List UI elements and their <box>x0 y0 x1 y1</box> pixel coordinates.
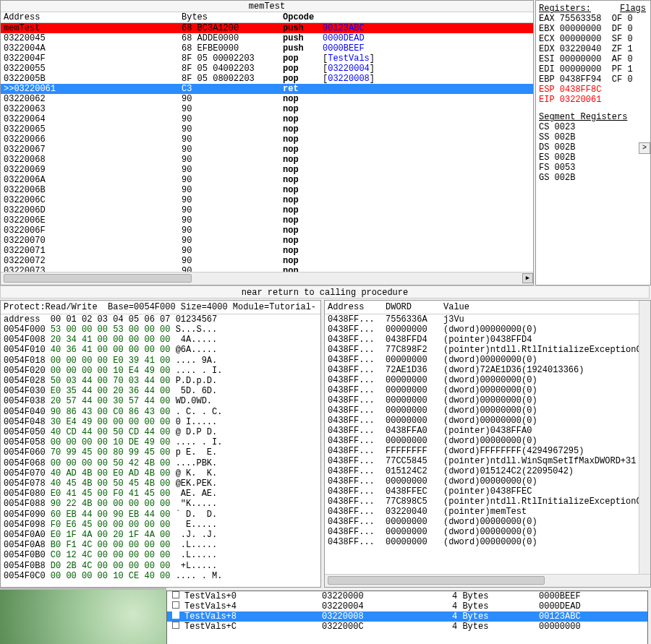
hex-row[interactable]: 0054F028 50 03 44 00 70 03 44 00 P.D.p.D… <box>4 376 318 386</box>
disasm-row[interactable]: 0322005B8F 05 08002203pop[03220008] <box>1 74 533 84</box>
hex-row[interactable]: 0054F068 00 00 00 00 50 42 4B 00 ....PBK… <box>4 458 318 468</box>
disasm-row[interactable]: 0322007090nop <box>1 236 533 246</box>
hex-row[interactable]: 0054F040 90 86 43 00 C0 86 43 00 . C. . … <box>4 407 318 417</box>
disasm-row[interactable]: 0322006B90nop <box>1 185 533 195</box>
stack-row[interactable]: 0438FF...00000000(dword)00000000(0) <box>328 405 650 416</box>
hex-row[interactable]: 0054F018 00 00 00 00 E0 39 41 00 .... 9A… <box>4 356 318 366</box>
address-list[interactable]: TestVals+0032200004 Bytes0000BEEFTestVal… <box>166 591 648 644</box>
disasm-row[interactable]: 0322006790nop <box>1 145 533 155</box>
hex-row[interactable]: 0054F0B8 D0 2B 4C 00 00 00 00 00 +L..... <box>4 561 318 571</box>
hex-row[interactable]: 0054F098 F0 E6 45 00 00 00 00 00 E..... <box>4 520 318 530</box>
stack-row[interactable]: 0438FF...0438FFD4(pointer)0438FFD4 <box>328 335 650 345</box>
stack-row[interactable]: 0438FF...FFFFFFFF(dword)FFFFFFFF(4294967… <box>328 446 650 456</box>
stack-row[interactable]: 0438FF...77CC5845(pointer)ntdll.WinSqmSe… <box>328 456 650 466</box>
disasm-row[interactable]: memTest68 BC3A1200push00123ABC <box>1 23 533 33</box>
list-row[interactable]: TestVals+8032200084 Bytes00123ABC <box>167 611 647 622</box>
stack-row[interactable]: 0438FF...72AE1D36(dword)72AE1D36(1924013… <box>328 365 650 375</box>
scrollbar-thumb[interactable] <box>4 274 192 283</box>
list-row[interactable]: TestVals+0032200004 Bytes0000BEEF <box>167 591 647 601</box>
stack-row[interactable]: 0438FF...00000000(dword)00000000(0) <box>328 517 650 527</box>
hex-row[interactable]: 0054F008 20 34 41 00 00 00 00 00 4A..... <box>4 335 318 345</box>
stack-row[interactable]: 0438FF...03220040(pointer)memTest <box>328 507 650 517</box>
stack-row[interactable]: 0438FF...00000000(dword)00000000(0) <box>328 436 650 446</box>
stack-row[interactable]: 0438FF...00000000(dword)00000000(0) <box>328 375 650 385</box>
registers-panel[interactable]: Registers: Flags EAX 75563358 OF 0EBX 00… <box>535 0 651 285</box>
stack-row[interactable]: 0438FF...77C898F2(pointer)ntdll.RtlIniti… <box>328 345 650 355</box>
hex-row[interactable]: 0054F010 40 36 41 00 00 00 00 00 @6A....… <box>4 345 318 355</box>
disasm-row[interactable]: 0322006690nop <box>1 134 533 145</box>
disasm-row[interactable]: 0322004A68 EFBE0000push0000BEEF <box>1 43 533 53</box>
list-row[interactable]: TestVals+4032200044 Bytes0000DEAD <box>167 601 647 611</box>
hex-row[interactable]: 0054F078 40 45 4B 00 50 45 4B 00 @EK.PEK… <box>4 478 318 489</box>
hex-rows[interactable]: 0054F000 53 00 00 00 53 00 00 00 S...S..… <box>1 325 320 587</box>
stack-row[interactable]: 0438FF...00000000(dword)00000000(0) <box>328 527 650 537</box>
hex-row[interactable]: 0054F048 30 E4 49 00 00 00 00 00 0 I....… <box>4 417 318 427</box>
stack-row[interactable]: 0438FF...015124C2(dword)015124C2(2209504… <box>328 466 650 476</box>
disasm-row[interactable]: 0322006F90nop <box>1 226 533 236</box>
hex-row[interactable]: 0054F0C0 00 00 00 00 10 CE 40 00 .... . … <box>4 571 318 581</box>
disasm-row[interactable]: 0322006D90nop <box>1 205 533 215</box>
list-checkbox[interactable] <box>167 611 184 622</box>
stack-vscrollbar[interactable] <box>639 301 650 574</box>
disasm-row[interactable]: 0322004568 ADDE0000push0000DEAD <box>1 33 533 43</box>
stack-header-addr[interactable]: Address <box>328 302 386 312</box>
scroll-right-icon[interactable]: ▶ <box>522 273 533 283</box>
stack-row[interactable]: 0438FF...00000000(dword)00000000(0) <box>328 395 650 405</box>
stack-header-value[interactable]: Value <box>443 302 647 312</box>
disasm-header-op[interactable]: Opcode <box>283 12 323 22</box>
hex-row[interactable]: 0054F060 70 99 45 00 80 99 45 00 p E. E. <box>4 447 318 458</box>
disasm-row[interactable]: 0322006590nop <box>1 124 533 134</box>
disasm-row[interactable]: 0322006490nop <box>1 114 533 124</box>
stack-header-dword[interactable]: DWORD <box>386 302 443 312</box>
hex-row[interactable]: 0054F0B0 C0 12 4C 00 00 00 00 00 .L..... <box>4 550 318 560</box>
disasm-header-bytes[interactable]: Bytes <box>182 12 283 22</box>
stack-panel[interactable]: Address DWORD Value 0438FF...7556336Aj3V… <box>324 300 651 588</box>
scrollbar-thumb[interactable] <box>328 576 545 585</box>
stack-hscrollbar[interactable] <box>325 574 650 587</box>
stack-row[interactable]: 0438FF...7556336Aj3Vu <box>328 314 650 325</box>
disasm-hscrollbar[interactable]: ▶ <box>1 272 533 285</box>
list-checkbox[interactable] <box>167 591 184 601</box>
segment-expand-button[interactable]: > <box>639 142 650 154</box>
hex-row[interactable]: 0054F090 60 EB 44 00 90 EB 44 00 ` D. D. <box>4 510 318 520</box>
hex-row[interactable]: 0054F088 90 22 4B 00 00 00 00 00 "K..... <box>4 499 318 509</box>
disasm-row[interactable]: 032200558F 05 04002203pop[03220004] <box>1 64 533 74</box>
disasm-row[interactable]: 0322006990nop <box>1 165 533 175</box>
hex-row[interactable]: 0054F070 40 AD 4B 00 E0 AD 4B 00 @ K. K. <box>4 468 318 478</box>
hex-row[interactable]: 0054F030 E0 35 44 00 20 36 44 00 5D. 6D. <box>4 386 318 396</box>
disassembly-panel[interactable]: memTest Address Bytes Opcode memTest68 B… <box>0 0 534 285</box>
disasm-row[interactable]: 0322006A90nop <box>1 175 533 185</box>
stack-rows[interactable]: 0438FF...7556336Aj3Vu0438FF...00000000(d… <box>325 314 650 574</box>
stack-row[interactable]: 0438FF...00000000(dword)00000000(0) <box>328 355 650 365</box>
hex-row[interactable]: 0054F020 00 00 00 00 10 E4 49 00 .... . … <box>4 366 318 376</box>
hex-row[interactable]: 0054F038 20 57 44 00 30 57 44 00 WD.0WD. <box>4 396 318 406</box>
disasm-row[interactable]: >>03220061C3ret <box>1 84 533 94</box>
hexdump-panel[interactable]: Protect:Read/Write Base=0054F000 Size=40… <box>0 300 321 588</box>
list-checkbox[interactable] <box>167 601 184 611</box>
list-checkbox[interactable] <box>167 622 184 632</box>
disasm-row[interactable]: 0322007190nop <box>1 246 533 256</box>
hex-row[interactable]: 0054F0A0 E0 1F 4A 00 20 1F 4A 00 .J. .J. <box>4 530 318 540</box>
hex-row[interactable]: 0054F0A8 B0 F1 4C 00 00 00 00 00 .L..... <box>4 540 318 550</box>
disasm-row[interactable]: 0322006E90nop <box>1 215 533 226</box>
list-row[interactable]: TestVals+C0322000C4 Bytes00000000 <box>167 622 647 632</box>
stack-row[interactable]: 0438FF...00000000(dword)00000000(0) <box>328 416 650 426</box>
disasm-rows[interactable]: memTest68 BC3A1200push00123ABC0322004568… <box>1 23 533 272</box>
hex-row[interactable]: 0054F080 E0 41 45 00 F0 41 45 00 AE. AE. <box>4 489 318 499</box>
disasm-row[interactable]: 0322006290nop <box>1 94 533 104</box>
hex-row[interactable]: 0054F050 40 CD 44 00 50 CD 44 00 @ D.P D… <box>4 427 318 437</box>
disasm-row[interactable]: 0322004F8F 05 00002203pop[TestVals] <box>1 53 533 64</box>
hex-row[interactable]: 0054F058 00 00 00 00 10 DE 49 00 .... . … <box>4 437 318 447</box>
stack-row[interactable]: 0438FF...0438FFEC(pointer)0438FFEC <box>328 486 650 497</box>
stack-row[interactable]: 0438FF...00000000(dword)00000000(0) <box>328 476 650 486</box>
disasm-row[interactable]: 0322006C90nop <box>1 195 533 205</box>
stack-row[interactable]: 0438FF...00000000(dword)00000000(0) <box>328 385 650 395</box>
hex-row[interactable]: 0054F000 53 00 00 00 53 00 00 00 S...S..… <box>4 325 318 335</box>
stack-row[interactable]: 0438FF...00000000(dword)00000000(0) <box>328 537 650 547</box>
disasm-row[interactable]: 0322006390nop <box>1 104 533 114</box>
stack-row[interactable]: 0438FF...00000000(dword)00000000(0) <box>328 325 650 335</box>
stack-row[interactable]: 0438FF...0438FFA0(pointer)0438FFA0 <box>328 426 650 436</box>
stack-row[interactable]: 0438FF...77C898C5(pointer)ntdll.RtlIniti… <box>328 497 650 507</box>
disasm-header-addr[interactable]: Address <box>1 12 182 22</box>
disasm-row[interactable]: 0322007290nop <box>1 256 533 266</box>
